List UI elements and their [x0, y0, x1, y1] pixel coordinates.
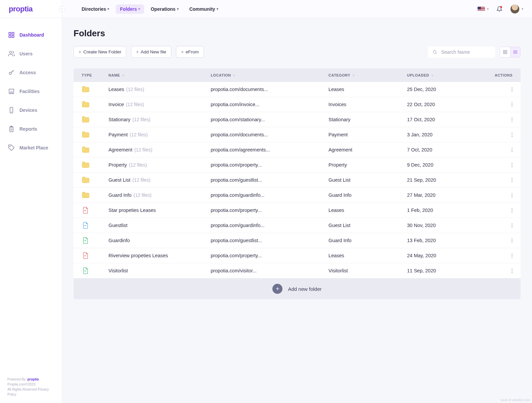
row-actions-menu[interactable] — [512, 238, 513, 243]
topnav-item-operations[interactable]: Operations▾ — [147, 4, 183, 14]
col-location[interactable]: LOCATION↑↓ — [211, 73, 328, 77]
svg-rect-0 — [9, 33, 11, 35]
row-actions-menu[interactable] — [512, 102, 513, 107]
row-actions-menu[interactable] — [512, 148, 513, 152]
topnav-label: Community — [189, 6, 215, 12]
top-nav: Directories▾Folders▾Operations▾Community… — [62, 4, 478, 14]
view-toggle — [500, 47, 521, 57]
chevron-left-icon: ‹ — [61, 7, 62, 11]
row-file-count: (12 files) — [132, 177, 150, 183]
row-name: Stationary(12 files) — [108, 117, 211, 122]
topnav-item-community[interactable]: Community▾ — [185, 4, 222, 14]
row-category: Agreement — [328, 147, 407, 152]
footer-privacy-link[interactable]: All Rights Reserved Privacy Policy — [7, 387, 54, 397]
main-content: Folders + Create New Folder + Add New fi… — [62, 18, 532, 403]
sidebar-item-market-place[interactable]: Market Place — [0, 140, 62, 155]
table-row[interactable]: Property(12 files)propotia.com/property.… — [74, 158, 521, 173]
row-actions-menu[interactable] — [512, 193, 513, 197]
row-category: Payment — [328, 132, 407, 137]
row-actions-menu[interactable] — [512, 269, 513, 273]
row-uploaded: 3 Jan, 2020 — [407, 132, 486, 137]
list-view-button[interactable] — [510, 47, 520, 57]
row-actions-menu[interactable] — [512, 118, 513, 122]
notifications-button[interactable] — [496, 6, 503, 12]
svg-rect-18 — [505, 52, 507, 54]
chevron-down-icon: ▾ — [177, 7, 179, 11]
col-category[interactable]: CATEGORY↑↓ — [328, 73, 407, 77]
table-row[interactable]: Payment(12 files)propotia.com/documents.… — [74, 127, 521, 142]
row-name-text: Guard Info — [108, 192, 132, 198]
row-actions — [486, 254, 513, 258]
sidebar-item-dashboard[interactable]: Dashboard — [0, 28, 62, 42]
row-location: propotia.com/guardinfo... — [211, 192, 328, 198]
chevron-down-icon: ▾ — [138, 7, 140, 11]
table-row[interactable]: Riverview propeties Leasespropotia.com/p… — [74, 248, 521, 263]
chevron-down-icon: ▾ — [487, 7, 489, 11]
sidebar-item-reports[interactable]: Reports — [0, 122, 62, 136]
row-name-text: Guestlist — [108, 223, 127, 228]
row-actions-menu[interactable] — [512, 133, 513, 137]
table-row[interactable]: Guardinfopropotia.com/guestlist...Guard … — [74, 233, 521, 248]
sidebar-item-access[interactable]: Access — [0, 65, 62, 80]
sidebar-item-label: Access — [19, 70, 36, 75]
row-actions-menu[interactable] — [512, 254, 513, 258]
row-actions-menu[interactable] — [512, 87, 513, 92]
store-icon — [8, 88, 15, 95]
grid-icon — [8, 32, 15, 38]
table-row[interactable]: Star propeties Leasespropotia.com/proper… — [74, 203, 521, 218]
profile-menu[interactable]: ▾ — [510, 4, 523, 14]
table-row[interactable]: Guard Info(12 files)propotia.com/guardin… — [74, 188, 521, 203]
row-name: Star propeties Leases — [108, 208, 211, 213]
sidebar-item-devices[interactable]: Devices — [0, 103, 62, 118]
file-icon — [82, 237, 108, 244]
row-name: Invoice(12 files) — [108, 102, 211, 107]
table-row[interactable]: Stationary(12 files)propotia.com/station… — [74, 112, 521, 127]
row-file-count: (12 files) — [134, 147, 152, 152]
row-uploaded: 30 Nov, 2020 — [407, 223, 486, 228]
sidebar-item-facilities[interactable]: Facilities — [0, 84, 62, 99]
col-uploaded[interactable]: UPLOADED↑↓ — [407, 73, 486, 77]
row-name-text: Property — [108, 162, 127, 168]
efrom-button[interactable]: + eFrom — [176, 46, 204, 58]
table-row[interactable]: Visitorlistpropotia.com/visitor...Visito… — [74, 263, 521, 278]
sidebar-item-label: Reports — [19, 126, 37, 132]
notification-dot-icon — [500, 6, 502, 8]
sidebar-item-label: Devices — [19, 107, 37, 113]
create-folder-button[interactable]: + Create New Folder — [74, 46, 126, 58]
search-input[interactable] — [441, 49, 490, 55]
table-row[interactable]: Guestlistpropotia.com/guardinfo...Guest … — [74, 218, 521, 233]
table-row[interactable]: Guest List(12 files)propotia.com/guestli… — [74, 173, 521, 188]
col-name[interactable]: NAME↑↓ — [108, 73, 211, 77]
row-actions-menu[interactable] — [512, 208, 513, 213]
row-actions-menu[interactable] — [512, 178, 513, 182]
avatar — [510, 4, 520, 14]
row-name-text: Star propeties Leases — [108, 208, 156, 213]
table-row[interactable]: Leases(12 files)propotia.com/documents..… — [74, 82, 521, 97]
add-file-button[interactable]: + Add New file — [131, 46, 171, 58]
brand-logo[interactable]: proptia — [9, 5, 33, 13]
topnav-item-folders[interactable]: Folders▾ — [116, 4, 144, 14]
row-file-count: (12 files) — [130, 132, 148, 137]
file-icon — [82, 222, 108, 229]
row-category: Property — [328, 162, 407, 168]
row-actions-menu[interactable] — [512, 163, 513, 167]
add-folder-row[interactable]: + Add new folder — [74, 278, 521, 299]
row-actions-menu[interactable] — [512, 223, 513, 228]
sidebar-item-users[interactable]: Users — [0, 46, 62, 61]
toolbar: + Create New Folder + Add New file + eFr… — [74, 46, 521, 58]
col-type[interactable]: TYPE — [82, 73, 108, 77]
row-file-count: (12 files) — [129, 162, 147, 168]
sidebar-collapse-button[interactable]: ‹ — [59, 6, 65, 12]
svg-rect-29 — [84, 271, 86, 271]
row-actions — [486, 118, 513, 122]
plus-icon: + — [181, 49, 184, 54]
search-box[interactable] — [428, 46, 495, 58]
grid-view-button[interactable] — [500, 47, 510, 57]
svg-rect-17 — [503, 52, 505, 54]
table-row[interactable]: Agreement(12 files)propotia.com/agreemen… — [74, 142, 521, 158]
language-selector[interactable]: ▾ — [478, 7, 489, 11]
topnav-item-directories[interactable]: Directories▾ — [78, 4, 113, 14]
table-row[interactable]: Invoice(12 files)propotia.com/invoice...… — [74, 97, 521, 112]
row-category: Leases — [328, 208, 407, 213]
row-category: Invoices — [328, 102, 407, 107]
